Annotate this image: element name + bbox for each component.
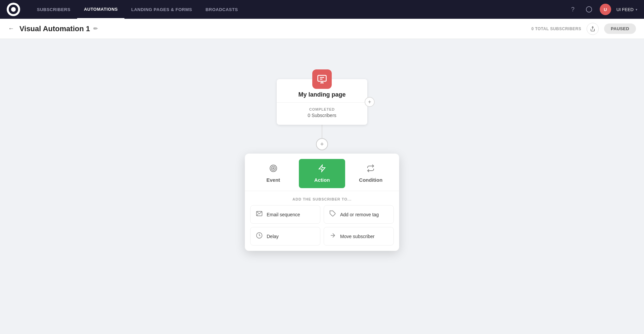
automation-canvas: My landing page COMPLETED 0 Subscribers …: [0, 39, 644, 334]
tag-icon: [329, 210, 336, 219]
lightning-icon: [318, 164, 326, 174]
option-add-remove-tag-label: Add or remove tag: [340, 212, 379, 217]
node-side-add-button[interactable]: +: [365, 97, 375, 107]
node-divider: [277, 102, 367, 103]
node-subscribers: 0 Subscribers: [283, 113, 361, 118]
option-delay-label: Delay: [267, 234, 279, 239]
svg-marker-9: [319, 165, 325, 172]
add-step-button[interactable]: +: [316, 138, 328, 150]
move-icon: [329, 232, 336, 240]
logo[interactable]: [7, 3, 20, 16]
svg-point-8: [273, 168, 274, 169]
tab-event[interactable]: Event: [250, 159, 296, 188]
node-status: COMPLETED: [283, 107, 361, 111]
nav-links: SUBSCRIBERS AUTOMATIONS LANDING PAGES & …: [30, 0, 568, 19]
nav-landing-pages[interactable]: LANDING PAGES & FORMS: [124, 0, 199, 19]
option-move-subscriber[interactable]: Move subscriber: [324, 227, 394, 245]
page-title: Visual Automation 1 ✏: [19, 24, 98, 33]
nav-automations[interactable]: AUTOMATIONS: [77, 0, 124, 19]
split-icon: [367, 164, 375, 174]
tab-condition-label: Condition: [359, 177, 382, 183]
main-nav: SUBSCRIBERS AUTOMATIONS LANDING PAGES & …: [0, 0, 644, 19]
popup-tabs: Event Action: [245, 154, 399, 188]
email-sequence-icon: [256, 210, 263, 219]
subheader: ← Visual Automation 1 ✏ 0 TOTAL SUBSCRIB…: [0, 19, 644, 39]
svg-point-0: [586, 7, 592, 12]
chevron-down-icon: ▾: [636, 8, 637, 11]
popup-section-title: ADD THE SUBSCRIBER TO...: [245, 191, 399, 205]
edit-title-icon[interactable]: ✏: [93, 25, 98, 32]
nav-broadcasts[interactable]: BROADCASTS: [199, 0, 245, 19]
option-move-subscriber-label: Move subscriber: [340, 234, 375, 239]
node-title: My landing page: [283, 91, 361, 98]
svg-rect-1: [318, 75, 326, 81]
option-email-sequence-label: Email sequence: [267, 212, 300, 217]
tab-condition[interactable]: Condition: [348, 159, 394, 188]
share-button[interactable]: [587, 23, 599, 35]
clock-icon: [256, 232, 263, 240]
total-subscribers: 0 TOTAL SUBSCRIBERS: [531, 26, 581, 31]
username-dropdown[interactable]: UI FEED ▾: [616, 7, 637, 12]
node-container: My landing page COMPLETED 0 Subscribers …: [245, 79, 399, 251]
page-title-text: Visual Automation 1: [19, 24, 90, 33]
avatar[interactable]: U: [600, 4, 611, 15]
tab-action[interactable]: Action: [299, 159, 345, 188]
popup-options: Email sequence Add or remove tag: [245, 205, 399, 251]
subheader-right: 0 TOTAL SUBSCRIBERS PAUSED: [531, 23, 636, 35]
landing-page-node[interactable]: My landing page COMPLETED 0 Subscribers …: [277, 79, 367, 125]
connector-line: [322, 125, 322, 138]
paused-button[interactable]: PAUSED: [604, 23, 636, 34]
notifications-icon[interactable]: [584, 4, 594, 15]
tab-event-label: Event: [266, 177, 280, 183]
target-icon: [269, 164, 277, 174]
nav-right: ? U UI FEED ▾: [568, 4, 637, 15]
option-email-sequence[interactable]: Email sequence: [250, 205, 320, 224]
tab-action-label: Action: [314, 177, 330, 183]
help-icon[interactable]: ?: [568, 4, 578, 15]
back-button[interactable]: ←: [8, 25, 14, 32]
step-type-popup: Event Action: [245, 154, 399, 251]
svg-point-7: [271, 166, 275, 170]
node-icon-badge: [312, 69, 332, 89]
option-delay[interactable]: Delay: [250, 227, 320, 245]
nav-subscribers[interactable]: SUBSCRIBERS: [30, 0, 77, 19]
option-add-remove-tag[interactable]: Add or remove tag: [324, 205, 394, 224]
